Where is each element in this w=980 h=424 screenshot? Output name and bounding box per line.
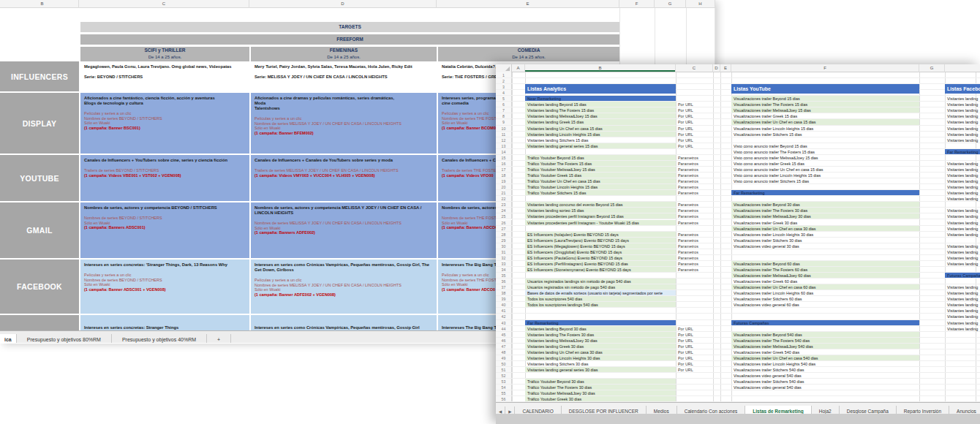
cell-C50[interactable]: Por URL <box>676 361 713 366</box>
cell-H9[interactable]: Visitantes landing <box>945 119 980 124</box>
row-header-display[interactable]: DISPLAY <box>0 93 79 154</box>
row-number[interactable]: 40 <box>496 302 512 307</box>
cell-H37[interactable]: Visitantes landing <box>945 284 980 289</box>
cell-B45[interactable]: Visitantes landing The Fosters 30 dias <box>525 332 676 337</box>
row-number[interactable]: 2 <box>496 78 512 83</box>
cell-F23[interactable]: Visualizaciones trailer Beyond 30 dias <box>731 202 919 207</box>
cell-F19[interactable]: Visto como anuncio trailer Stitchers 15 … <box>731 178 919 183</box>
cell-B44[interactable]: Visitantes landing Beyond 30 dias <box>525 326 676 331</box>
row-number[interactable]: 19 <box>496 178 512 183</box>
column-header-C[interactable]: C <box>79 0 249 8</box>
column-header-D[interactable]: D <box>249 0 437 8</box>
cell-B33[interactable]: ES Influencers (PerfilInstagram) Evento … <box>525 261 676 266</box>
display-cell-0[interactable]: Aficionados a cine fantástico, ciencia f… <box>80 93 249 154</box>
row-number[interactable]: 18 <box>496 173 512 178</box>
right-sheet-tab-2[interactable]: Medios <box>647 406 677 414</box>
cell-B12[interactable]: Visitantes landing Stitchers 15 dias <box>525 137 676 143</box>
row-number[interactable]: 12 <box>496 137 512 143</box>
cell-H16[interactable]: Visitantes landing <box>945 161 980 166</box>
cell-H38[interactable]: Visitantes landing <box>945 290 980 295</box>
cell-H12[interactable]: Visitantes landing <box>945 137 980 143</box>
row-number[interactable]: 36 <box>496 279 512 284</box>
cell-B34[interactable]: ES Influencers (Stoneismyname) Evento BE… <box>525 267 676 272</box>
cell-B47[interactable]: Visitantes landing Greek 30 dias <box>525 344 676 349</box>
cell-H24[interactable]: Visitantes landing <box>945 208 980 213</box>
cell-C12[interactable]: Por URL <box>676 137 713 143</box>
cell-C45[interactable]: Por URL <box>676 332 713 337</box>
row-number[interactable]: 14 <box>496 149 512 154</box>
column-header-E[interactable]: E <box>720 64 731 72</box>
row-number[interactable]: 31 <box>496 249 512 254</box>
right-sheet-tab-0[interactable]: CALENDARIO <box>515 406 561 414</box>
cell-B36[interactable]: Usuarios registrados landings sin método… <box>525 279 676 284</box>
cell-H33[interactable]: Visitantes landing <box>945 261 980 266</box>
cell-F28[interactable]: Visualizaciones trailer Lincoln Heights … <box>731 232 919 237</box>
cell-B5[interactable]: Near Remarketing <box>525 96 676 101</box>
cell-B18[interactable]: Tráfico Youtuber Greek 15 dias <box>525 173 676 178</box>
cell-F8[interactable]: Visualizaciones trailer Greek 15 dias <box>731 113 919 118</box>
cell-H11[interactable]: Visitantes landing <box>945 132 980 137</box>
facebook-cell-0[interactable]: Intereses en series concretas: 'Stranger… <box>80 260 249 314</box>
cell-B54[interactable]: Tráfico Youtuber The Fosters 30 dias <box>525 385 676 390</box>
right-sheet-tab-7[interactable]: Reparto Inversión <box>897 406 949 414</box>
row-number[interactable]: 1 <box>496 72 512 77</box>
youtube-cell-1[interactable]: Canales de Influencers + Canales de YouT… <box>251 155 437 201</box>
cell-H43[interactable]: Visitantes landing <box>945 320 980 325</box>
cell-F51[interactable]: Visualizaciones trailer Stitchers 540 di… <box>731 367 919 372</box>
row-number[interactable]: 9 <box>496 119 512 124</box>
cell-C10[interactable]: Por URL <box>676 126 713 131</box>
cell-B49[interactable]: Visitantes landing Lincoln Heights 30 di… <box>525 355 676 360</box>
cell-C20[interactable]: Parametros <box>676 184 713 189</box>
cell-F3[interactable]: Listas YouTube <box>731 84 919 94</box>
cell-H10[interactable]: Visitantes landing <box>945 126 980 131</box>
cell-B3[interactable]: Listas Analytics <box>525 84 676 94</box>
cell-B38[interactable]: Bases de datos de emails sorteos (usuari… <box>525 290 676 295</box>
row-number[interactable]: 30 <box>496 243 512 249</box>
cell-B31[interactable]: ES Influencers (Omgglobal) Evento BEYOND… <box>525 249 676 254</box>
row-number[interactable]: 11 <box>496 132 512 137</box>
row-number[interactable]: 26 <box>496 220 512 225</box>
cell-B7[interactable]: Visitantes landing The Fosters 15 dias <box>525 107 676 113</box>
cell-C29[interactable]: Parametros <box>676 238 713 243</box>
row-number[interactable]: 49 <box>496 355 512 360</box>
row-number[interactable]: 3 <box>496 84 512 89</box>
cell-B9[interactable]: Visitantes landing Greek 15 dias <box>525 119 676 124</box>
row-number[interactable]: 15 <box>496 155 512 160</box>
cell-F15[interactable]: Visto como anuncio trailer Melissa&Joey … <box>731 155 919 160</box>
cell-F13[interactable]: Visto como anuncio trailer Beyond 15 dia… <box>731 143 919 148</box>
row-number[interactable]: 48 <box>496 349 512 355</box>
cell-B40[interactable]: Todos los suscriptores landings 540 dias <box>525 302 676 307</box>
cell-H30[interactable]: Visitantes landing <box>945 243 980 249</box>
cell-H44[interactable]: Visitantes landing <box>945 326 980 331</box>
youtube-cell-0[interactable]: Canales de Influencers + YouTubers sobre… <box>80 155 249 201</box>
row-number[interactable]: 21 <box>496 190 512 195</box>
influencers-cell-1[interactable]: Mery Turiel, Patry Jordan, Sylvia Salas,… <box>251 61 437 91</box>
row-number[interactable]: 46 <box>496 338 512 343</box>
cell-F53[interactable]: Visualizaciones trailer Stitchers 540 di… <box>731 379 919 384</box>
row-number[interactable]: 24 <box>496 208 512 213</box>
cell-H40[interactable]: Visitantes landing <box>945 302 980 307</box>
cell-F34[interactable]: Visualizaciones trailer The Fosters 60 d… <box>731 267 919 272</box>
cell-C32[interactable]: Parametros <box>676 255 713 260</box>
column-header-E[interactable]: E <box>437 0 619 8</box>
row-number[interactable]: 45 <box>496 332 512 337</box>
cell-C9[interactable]: Por URL <box>676 119 713 124</box>
row-number[interactable]: 27 <box>496 226 512 231</box>
cell-H27[interactable]: Visitantes landing <box>945 226 980 231</box>
cell-H25[interactable]: Visitantes landing <box>945 213 980 219</box>
cell-H19[interactable]: Visitantes landing <box>945 178 980 183</box>
cell-F35[interactable]: Visualizaciones trailer Melissa&Joey 60 … <box>731 273 919 278</box>
cell-F50[interactable]: Visualizaciones trailer Lincoln Heights … <box>731 361 919 366</box>
facebook2-cell-1[interactable]: Intereses en series como Crónicas Vampír… <box>251 315 437 330</box>
row-number[interactable]: 38 <box>496 290 512 295</box>
cell-B25[interactable]: Visitantes procedentes perfil Instagram … <box>525 213 676 219</box>
cell-C7[interactable]: Por URL <box>676 107 713 113</box>
cell-C33[interactable]: Parametros <box>676 261 713 266</box>
cell-H14[interactable]: Far Remarketing <box>945 149 980 154</box>
right-sheet-tab-1[interactable]: DESGLOSE POR INFLUENCER <box>562 406 647 414</box>
cell-B24[interactable]: Visitantes landing sorteo 15 dias <box>525 208 676 213</box>
cell-C21[interactable]: Parametros <box>676 190 713 195</box>
right-sheet-tab-4[interactable]: Listas de Remarketing <box>745 406 811 414</box>
cell-C46[interactable]: Por URL <box>676 338 713 343</box>
cell-B29[interactable]: ES Influencers (LauraTrevijano) Evento B… <box>525 238 676 243</box>
